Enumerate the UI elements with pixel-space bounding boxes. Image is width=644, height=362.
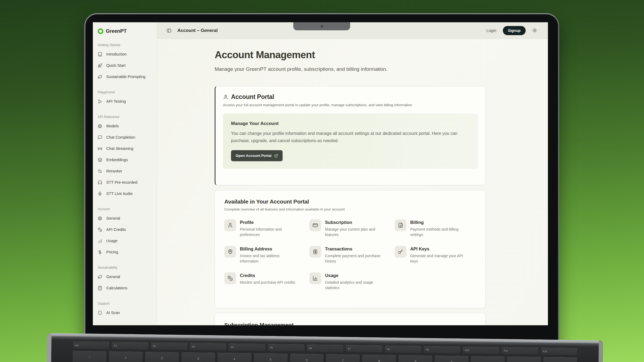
feature-title: Transactions [325, 246, 383, 252]
card-title: Subscription Management [224, 322, 476, 325]
section-label: API Reference [98, 115, 152, 119]
feature-desc: Detailed analytics and usage statistics [325, 280, 383, 290]
subscription-management-card: Subscription Management [215, 313, 486, 325]
key-icon [395, 246, 407, 258]
feature-billing-address: Billing Address Invoice and tax address … [224, 246, 306, 264]
sidebar-item-account-general[interactable]: General [98, 213, 152, 224]
sidebar-item-ai-scan[interactable]: AI Scan [98, 307, 152, 318]
keyboard-key: F1 [112, 342, 149, 349]
sidebar-item-label: AI Scan [106, 311, 120, 315]
feature-credits: Credits Monitor and purchase API credits [224, 272, 306, 290]
keyboard-key: 8 [362, 354, 396, 362]
button-label: Open Account Portal [236, 154, 272, 158]
rocket-icon [98, 63, 102, 68]
sidebar-item-label: General [106, 275, 120, 279]
sidebar-item-api-testing[interactable]: API Testing [98, 96, 152, 107]
sidebar-section-playground: Playground API Testing [98, 90, 152, 107]
chart-icon [98, 239, 102, 243]
features-card: Available in Your Account Portal Complet… [215, 190, 486, 308]
play-icon [98, 99, 102, 104]
keyboard-key: ~ [73, 351, 107, 362]
keyboard-key: F3 [190, 343, 226, 350]
gear-icon [98, 216, 102, 221]
sidebar-item-label: Usage [106, 239, 118, 243]
sidebar-item-chat-streaming[interactable]: Chat Streaming [98, 143, 152, 154]
app-window: GreenPT Getting Started Introduction Qui… [93, 22, 548, 325]
sidebar-item-stt-live-audio[interactable]: STT Live Audio [98, 188, 152, 199]
feature-api-keys: API Keys Generate and manage your API ke… [395, 246, 476, 264]
topbar: Account – General Login Signup [157, 22, 548, 39]
sidebar-item-label: Chat Streaming [106, 146, 133, 151]
keyboard-key: 4 [217, 353, 251, 362]
sidebar-section-api-reference: API Reference Models Chat Completion Cha… [98, 115, 152, 199]
account-portal-card: Account Portal Access your full account … [215, 86, 486, 185]
sidebar-item-sustainability-general[interactable]: General [98, 271, 152, 282]
theme-toggle-sun-icon[interactable] [532, 28, 537, 33]
keyboard-key: F5 [268, 344, 305, 352]
sidebar-section-support: Support AI Scan [98, 302, 152, 318]
book-icon [98, 52, 102, 57]
leaf-icon [98, 275, 102, 279]
keyboard-key: 5 [254, 353, 288, 362]
feature-profile: Profile Personal information and prefere… [224, 219, 306, 237]
page-title: Account Management [215, 49, 548, 61]
sidebar-item-label: Chat Completion [106, 135, 135, 139]
sidebar-item-chat-completion[interactable]: Chat Completion [98, 132, 152, 143]
card-title: Account Portal [231, 93, 274, 101]
main-area: Account – General Login Signup Account M… [157, 22, 548, 325]
page-subtitle: Manage your GreenPT account profile, sub… [215, 66, 486, 73]
box-body: You can change your profile information … [231, 130, 462, 144]
login-button[interactable]: Login [486, 28, 496, 33]
card-subtitle: Complete overview of all features and in… [224, 207, 476, 211]
sidebar-item-quick-start[interactable]: Quick Start [98, 60, 152, 71]
brand-name: GreenPT [106, 28, 127, 34]
sidebar-item-embeddings[interactable]: Embeddings [98, 154, 152, 165]
sidebar-item-label: Sustainable Prompting [106, 75, 145, 79]
sidebar-item-label: Reranker [106, 169, 122, 173]
sidebar-item-sustainable-prompting[interactable]: Sustainable Prompting [98, 71, 152, 82]
greenpt-logo-icon [98, 28, 103, 34]
brand-logo[interactable]: GreenPT [98, 27, 152, 35]
feature-title: Subscription [325, 220, 383, 225]
keyboard-key: F8 [385, 345, 422, 353]
signup-button[interactable]: Signup [503, 26, 526, 35]
feature-desc: Generate and manage your API keys [410, 253, 469, 264]
sidebar-item-models[interactable]: Models [98, 120, 152, 132]
keyboard-key: 0 [435, 356, 469, 362]
feature-desc: Complete payment and purchase history [325, 253, 383, 264]
sidebar-toggle-icon[interactable] [167, 28, 171, 33]
radio-icon [98, 146, 102, 151]
feature-title: Usage [325, 273, 383, 278]
sidebar-item-reranker[interactable]: Reranker [98, 165, 152, 177]
sidebar-item-stt-pre-recorded[interactable]: STT Pre-recorded [98, 177, 152, 188]
feature-usage: Usage Detailed analytics and usage stati… [309, 272, 391, 290]
sidebar-item-pricing[interactable]: Pricing [98, 246, 152, 258]
card-title: Available in Your Account Portal [224, 198, 476, 205]
keyboard-key: 2 [145, 352, 179, 362]
sidebar-item-usage[interactable]: Usage [98, 235, 152, 246]
open-account-portal-button[interactable]: Open Account Portal [231, 150, 283, 161]
sidebar-item-label: Introduction [106, 52, 127, 56]
section-label: Playground [98, 90, 152, 94]
file-text-icon [395, 219, 407, 231]
keyboard-key: 6 [290, 354, 324, 362]
feature-transactions: Transactions Complete payment and purcha… [309, 246, 391, 264]
laptop-bezel: GreenPT Getting Started Introduction Qui… [84, 13, 559, 346]
sidebar-item-introduction[interactable]: Introduction [98, 49, 152, 60]
sidebar-item-label: Embeddings [106, 158, 128, 162]
mic-icon [98, 191, 102, 196]
dollar-icon [98, 250, 102, 254]
keyboard-key: F10 [463, 346, 499, 354]
feature-desc: Manage your current plan and features [325, 227, 383, 237]
sidebar-item-calculations[interactable]: Calculations [98, 282, 152, 294]
keyboard-key: 7 [326, 354, 360, 362]
box-title: Manage Your Account [231, 121, 470, 126]
keyboard-key: del [543, 357, 577, 362]
coins-icon [98, 227, 102, 232]
feature-title: Billing Address [240, 246, 298, 252]
headphones-icon [98, 180, 102, 185]
external-link-icon [274, 154, 278, 158]
keyboard-key: 1 [109, 351, 143, 362]
credit-card-icon [309, 219, 321, 231]
sidebar-item-api-credits[interactable]: API Credits [98, 224, 152, 235]
